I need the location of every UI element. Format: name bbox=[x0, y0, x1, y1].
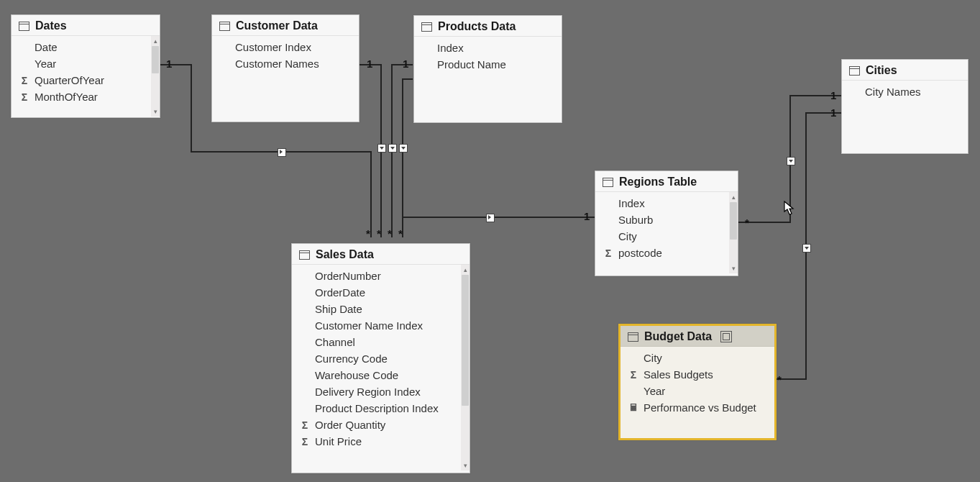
field-row[interactable]: QuarterOfYear bbox=[14, 72, 150, 88]
card-sales-many-3: * bbox=[388, 227, 390, 240]
field-row[interactable]: City bbox=[623, 350, 771, 366]
field-row[interactable]: Customer Name Index bbox=[295, 317, 459, 334]
field-row[interactable]: Customer Index bbox=[215, 39, 356, 55]
scroll-down-icon[interactable]: ▾ bbox=[729, 263, 738, 273]
field-row[interactable]: Order Quantity bbox=[295, 417, 459, 433]
table-icon bbox=[603, 178, 613, 187]
field-row[interactable]: Year bbox=[623, 383, 771, 399]
sigma-icon bbox=[299, 419, 311, 431]
table-header[interactable]: Products Data bbox=[414, 16, 562, 37]
calc-icon bbox=[628, 402, 639, 413]
field-row[interactable]: Performance vs Budget bbox=[623, 399, 771, 416]
scrollbar[interactable]: ▴ ▾ bbox=[151, 36, 160, 117]
card-regions-one: 1 bbox=[584, 210, 590, 222]
table-dates[interactable]: Dates Date Year QuarterOfYear MonthOfYea… bbox=[11, 14, 160, 118]
field-row[interactable]: Ship Date bbox=[295, 301, 459, 317]
table-header[interactable]: Customer Data bbox=[212, 15, 359, 36]
field-row[interactable]: Product Name bbox=[417, 56, 559, 73]
scroll-up-icon[interactable]: ▴ bbox=[151, 36, 160, 46]
rel-dir-products-sales1 bbox=[388, 144, 397, 153]
rel-dir-dates-sales bbox=[278, 148, 286, 157]
field-row[interactable]: OrderNumber bbox=[295, 268, 459, 284]
table-measure-icon bbox=[720, 331, 732, 342]
field-row[interactable]: MonthOfYear bbox=[14, 88, 150, 105]
rel-dir-customer-sales bbox=[377, 144, 386, 153]
scroll-thumb[interactable] bbox=[730, 202, 737, 240]
table-header[interactable]: Sales Data bbox=[292, 244, 470, 265]
mouse-cursor-icon bbox=[784, 201, 795, 215]
rel-dir-products-sales2 bbox=[399, 144, 408, 153]
table-customer[interactable]: Customer Data Customer Index Customer Na… bbox=[211, 14, 360, 122]
field-row[interactable]: City bbox=[598, 228, 728, 245]
field-row[interactable]: Year bbox=[14, 55, 150, 72]
field-row[interactable]: Suburb bbox=[598, 212, 728, 228]
table-title: Cities bbox=[866, 64, 897, 77]
table-header[interactable]: Regions Table bbox=[595, 171, 738, 192]
rel-dir-cities-regions bbox=[787, 157, 795, 165]
rel-dir-cities-budget bbox=[802, 244, 811, 253]
sigma-icon bbox=[19, 91, 30, 103]
model-canvas[interactable]: 1 1 1 1 1 1 * * * * * * Dates Date Year … bbox=[0, 0, 980, 482]
field-row[interactable]: Sales Budgets bbox=[623, 366, 771, 383]
field-row[interactable]: Warehouse Code bbox=[295, 367, 459, 383]
sigma-icon bbox=[628, 369, 639, 381]
card-dates-one: 1 bbox=[166, 58, 172, 70]
card-budget-many: * bbox=[777, 373, 779, 386]
rel-dir-regions-sales bbox=[486, 214, 495, 222]
scroll-thumb[interactable] bbox=[462, 275, 469, 406]
table-title: Budget Data bbox=[644, 330, 712, 343]
card-customer-one: 1 bbox=[367, 58, 372, 70]
table-title: Customer Data bbox=[236, 19, 318, 32]
table-header[interactable]: Dates bbox=[12, 15, 160, 36]
table-header[interactable]: Budget Data bbox=[620, 326, 774, 347]
table-header[interactable]: Cities bbox=[842, 60, 968, 81]
field-row[interactable]: Currency Code bbox=[295, 350, 459, 367]
table-title: Dates bbox=[35, 19, 67, 32]
table-title: Regions Table bbox=[619, 176, 697, 188]
scroll-up-icon[interactable]: ▴ bbox=[461, 265, 470, 275]
field-row[interactable]: Product Description Index bbox=[295, 400, 459, 417]
table-icon bbox=[299, 250, 310, 260]
card-regions-many: * bbox=[745, 217, 747, 229]
card-sales-many-4: * bbox=[398, 227, 400, 240]
field-row[interactable]: Index bbox=[598, 195, 728, 212]
field-row[interactable]: Index bbox=[417, 40, 559, 56]
field-row[interactable]: Delivery Region Index bbox=[295, 383, 459, 400]
scroll-down-icon[interactable]: ▾ bbox=[151, 106, 160, 117]
table-icon bbox=[19, 22, 29, 31]
sigma-icon bbox=[603, 247, 614, 259]
table-title: Sales Data bbox=[316, 248, 374, 261]
card-cities-one-a: 1 bbox=[830, 89, 836, 101]
table-icon bbox=[421, 22, 432, 32]
field-row[interactable]: Date bbox=[14, 39, 150, 55]
card-products-one: 1 bbox=[403, 58, 408, 70]
table-cities[interactable]: Cities City Names bbox=[841, 59, 968, 154]
table-products[interactable]: Products Data Index Product Name bbox=[413, 15, 562, 123]
table-budget[interactable]: Budget Data City Sales Budgets Year Perf… bbox=[618, 324, 777, 440]
table-sales[interactable]: Sales Data OrderNumber OrderDate Ship Da… bbox=[291, 243, 470, 473]
table-icon bbox=[849, 66, 860, 76]
table-title: Products Data bbox=[438, 20, 516, 33]
field-row[interactable]: Customer Names bbox=[215, 55, 356, 72]
scrollbar[interactable]: ▴ ▾ bbox=[461, 265, 470, 470]
card-cities-one-b: 1 bbox=[830, 106, 836, 119]
scroll-down-icon[interactable]: ▾ bbox=[461, 460, 470, 470]
card-sales-many-2: * bbox=[377, 227, 379, 240]
sigma-icon bbox=[19, 75, 30, 86]
table-icon bbox=[219, 22, 230, 31]
table-icon bbox=[628, 332, 638, 342]
field-row[interactable]: Unit Price bbox=[295, 433, 459, 450]
scroll-thumb[interactable] bbox=[152, 46, 159, 73]
field-row[interactable]: City Names bbox=[845, 83, 965, 100]
table-regions[interactable]: Regions Table Index Suburb City postcode… bbox=[595, 170, 738, 276]
scroll-up-icon[interactable]: ▴ bbox=[729, 192, 738, 202]
sigma-icon bbox=[299, 436, 311, 447]
field-row[interactable]: OrderDate bbox=[295, 284, 459, 301]
card-sales-many-1: * bbox=[366, 227, 368, 240]
field-row[interactable]: postcode bbox=[598, 245, 728, 261]
field-row[interactable]: Channel bbox=[295, 334, 459, 350]
scrollbar[interactable]: ▴ ▾ bbox=[729, 192, 738, 273]
